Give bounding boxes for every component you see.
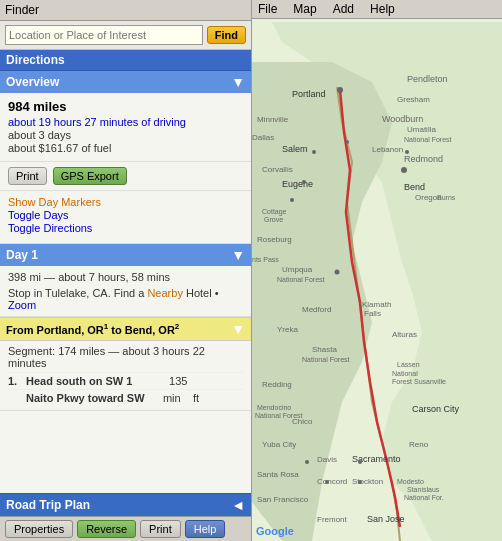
svg-text:Stockton: Stockton xyxy=(352,477,383,486)
svg-point-53 xyxy=(401,167,407,173)
svg-text:Falls: Falls xyxy=(364,309,381,318)
svg-text:National Forest: National Forest xyxy=(277,276,325,283)
segment-content: Segment: 174 miles — about 3 hours 22 mi… xyxy=(0,341,251,411)
menu-help[interactable]: Help xyxy=(370,2,395,16)
svg-text:Gresham: Gresham xyxy=(397,95,430,104)
svg-text:San Jose: San Jose xyxy=(367,514,405,524)
overview-time: about 19 hours 27 minutes of driving xyxy=(8,116,243,128)
toggle-directions-link[interactable]: Toggle Directions xyxy=(8,222,243,234)
search-input[interactable] xyxy=(5,25,203,45)
step-1b-row: Naito Pkwy toward SW min ft xyxy=(8,389,243,406)
overview-chevron-icon[interactable]: ▼ xyxy=(231,74,245,90)
svg-point-61 xyxy=(325,480,329,484)
left-panel: Finder Find Directions Overview ▼ 984 mi… xyxy=(0,0,252,541)
from-to-label: From Portland, OR1 to Bend, OR2 xyxy=(6,322,179,336)
svg-text:Eugene: Eugene xyxy=(282,179,313,189)
svg-text:Klamath: Klamath xyxy=(362,300,391,309)
from-to-header[interactable]: From Portland, OR1 to Bend, OR2 ▼ xyxy=(0,317,251,341)
map-panel[interactable]: File Map Add Help Pendleton Portland Gre… xyxy=(252,0,502,541)
svg-text:Medford: Medford xyxy=(302,305,331,314)
svg-text:Grove: Grove xyxy=(264,216,283,223)
svg-text:Mendocino: Mendocino xyxy=(257,404,291,411)
stop-hotel: Hotel xyxy=(186,287,212,299)
svg-text:Yuba City: Yuba City xyxy=(262,440,296,449)
svg-text:Davis: Davis xyxy=(317,455,337,464)
svg-text:Redding: Redding xyxy=(262,380,292,389)
svg-text:Santa Rosa: Santa Rosa xyxy=(257,470,299,479)
svg-text:Reno: Reno xyxy=(409,440,429,449)
svg-text:Alturas: Alturas xyxy=(392,330,417,339)
svg-point-56 xyxy=(345,140,349,144)
svg-point-60 xyxy=(358,460,362,464)
svg-text:National Forest: National Forest xyxy=(302,356,350,363)
svg-text:Chico: Chico xyxy=(292,417,313,426)
svg-text:National Forest: National Forest xyxy=(404,136,452,143)
finder-bar: Finder xyxy=(0,0,251,21)
svg-text:Redmond: Redmond xyxy=(404,154,443,164)
footer-print-button[interactable]: Print xyxy=(140,520,181,538)
footer-buttons: Properties Reverse Print Help xyxy=(0,516,251,541)
svg-text:National For.: National For. xyxy=(404,494,444,501)
buttons-row: Print GPS Export xyxy=(0,162,251,191)
zoom-link[interactable]: Zoom xyxy=(8,299,36,311)
svg-text:Minnville: Minnville xyxy=(257,115,289,124)
svg-text:Carson City: Carson City xyxy=(412,404,460,414)
road-trip-label: Road Trip Plan xyxy=(6,498,90,512)
svg-text:Portland: Portland xyxy=(292,89,326,99)
svg-text:Dallas: Dallas xyxy=(252,133,274,142)
day1-stop-info: Stop in Tulelake, CA. Find a Nearby Hote… xyxy=(8,287,243,311)
svg-text:Woodburn: Woodburn xyxy=(382,114,423,124)
day1-content: 398 mi — about 7 hours, 58 mins Stop in … xyxy=(0,266,251,317)
search-row: Find xyxy=(0,21,251,50)
day1-header[interactable]: Day 1 ▼ xyxy=(0,244,251,266)
show-day-markers-link[interactable]: Show Day Markers xyxy=(8,196,243,208)
svg-text:Forest: Forest xyxy=(392,378,412,385)
svg-text:San Francisco: San Francisco xyxy=(257,495,309,504)
day1-chevron-icon[interactable]: ▼ xyxy=(231,247,245,263)
svg-point-58 xyxy=(290,198,294,202)
svg-text:Yreka: Yreka xyxy=(277,325,298,334)
road-trip-footer[interactable]: Road Trip Plan ◄ xyxy=(0,493,251,516)
properties-button[interactable]: Properties xyxy=(5,520,73,538)
menu-file[interactable]: File xyxy=(258,2,277,16)
links-row: Show Day Markers Toggle Days Toggle Dire… xyxy=(0,191,251,244)
svg-text:National: National xyxy=(392,370,418,377)
reverse-button[interactable]: Reverse xyxy=(77,520,136,538)
menu-map[interactable]: Map xyxy=(293,2,316,16)
svg-text:Modesto: Modesto xyxy=(397,478,424,485)
print-button[interactable]: Print xyxy=(8,167,47,185)
overview-label: Overview xyxy=(6,75,59,89)
main-content[interactable]: 984 miles about 19 hours 27 minutes of d… xyxy=(0,93,251,493)
overview-row[interactable]: Overview ▼ xyxy=(0,71,251,93)
segment-info: Segment: 174 miles — about 3 hours 22 mi… xyxy=(8,345,243,369)
road-trip-arrow-icon[interactable]: ◄ xyxy=(231,497,245,513)
overview-content: 984 miles about 19 hours 27 minutes of d… xyxy=(0,93,251,162)
svg-text:Umatilla: Umatilla xyxy=(407,125,436,134)
svg-text:Susanville: Susanville xyxy=(414,378,446,385)
svg-text:Umpqua: Umpqua xyxy=(282,265,313,274)
svg-point-54 xyxy=(335,270,340,275)
step1-num: 1. xyxy=(8,375,22,387)
svg-text:Burns: Burns xyxy=(437,194,456,201)
svg-text:Corvallis: Corvallis xyxy=(262,165,293,174)
svg-text:Lassen: Lassen xyxy=(397,361,420,368)
svg-point-55 xyxy=(312,150,316,154)
svg-text:Salem: Salem xyxy=(282,144,308,154)
svg-point-52 xyxy=(337,87,343,93)
menu-add[interactable]: Add xyxy=(333,2,354,16)
find-button[interactable]: Find xyxy=(207,26,246,44)
svg-text:Lebanon: Lebanon xyxy=(372,145,403,154)
finder-title: Finder xyxy=(5,3,39,17)
toggle-days-link[interactable]: Toggle Days xyxy=(8,209,243,221)
step1b-instruction: Naito Pkwy toward SW min ft xyxy=(26,392,243,404)
overview-days: about 3 days xyxy=(8,129,243,141)
nearby-link[interactable]: Nearby xyxy=(147,287,182,299)
overview-miles: 984 miles xyxy=(8,99,243,114)
step1-instruction: Head south on SW 1 135 xyxy=(26,375,243,387)
map-svg[interactable]: Pendleton Portland Gresham Woodburn Minn… xyxy=(252,22,502,541)
gps-export-button[interactable]: GPS Export xyxy=(53,167,127,185)
svg-text:nts Pass: nts Pass xyxy=(252,256,279,263)
help-button[interactable]: Help xyxy=(185,520,226,538)
day1-label: Day 1 xyxy=(6,248,38,262)
from-to-chevron-icon[interactable]: ▼ xyxy=(231,321,245,337)
